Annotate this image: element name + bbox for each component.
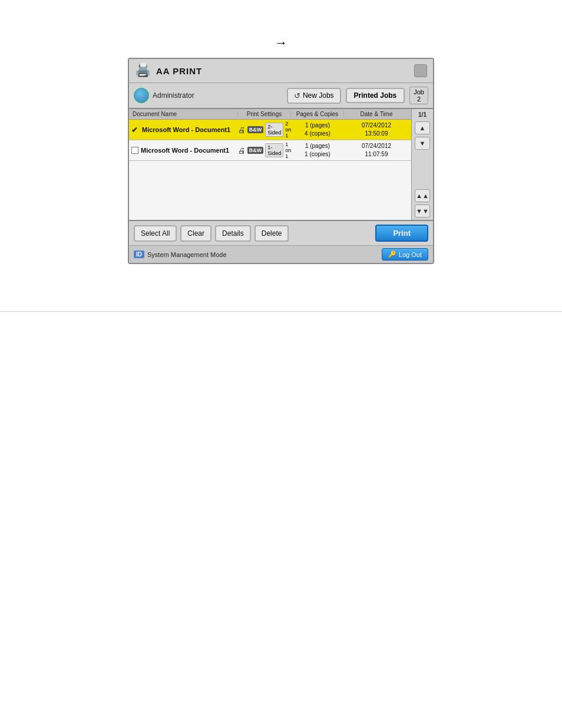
col-pages-copies: Pages & Copies <box>291 111 344 117</box>
printer-ui-window: 🖨️ AA PRINT Administrator ↺ New Jobs Pri… <box>128 58 434 264</box>
details-button[interactable]: Details <box>215 225 251 242</box>
scroll-down-button[interactable]: ▼ <box>415 137 430 150</box>
delete-button[interactable]: Delete <box>254 225 289 242</box>
logout-icon: 🔑 <box>388 251 396 258</box>
header-row: Administrator ↺ New Jobs Printed Jobs Jo… <box>129 83 433 109</box>
new-jobs-button[interactable]: ↺ New Jobs <box>287 88 341 104</box>
date-cell: 07/24/2012 11:07:59 <box>344 142 409 159</box>
printed-jobs-button[interactable]: Printed Jobs <box>346 88 405 103</box>
logout-button[interactable]: 🔑 Log Out <box>382 248 428 261</box>
on-badge: 1 on 1 <box>285 141 291 159</box>
col-document-name: Document Name <box>131 111 238 117</box>
printer-icon: 🖨 <box>238 146 246 155</box>
print-button[interactable]: Print <box>375 225 428 242</box>
action-bar: Select All Clear Details Delete Print <box>129 220 433 245</box>
job-name-cell: Microsoft Word - Document1 <box>131 147 238 154</box>
job-count-box: Job 2 <box>409 87 428 104</box>
printer-icon: 🖨 <box>238 126 246 134</box>
empty-table-area <box>129 161 411 220</box>
select-all-button[interactable]: Select All <box>134 225 177 242</box>
pages-cell: 1 (pages) 1 (copies) <box>291 142 344 159</box>
column-headers: Document Name Print Settings Pages & Cop… <box>129 109 411 120</box>
scroll-top-button[interactable]: ▲▲ <box>415 189 430 202</box>
scroll-up-button[interactable]: ▲ <box>415 121 430 134</box>
bottom-divider <box>0 311 562 312</box>
checkmark-icon: ✔ <box>131 126 140 134</box>
app-icon: 🖨️ <box>135 62 151 79</box>
col-date-time: Date & Time <box>344 111 409 117</box>
scroll-bottom-button[interactable]: ▼▼ <box>415 205 430 218</box>
color-mode-badge: B&W <box>247 126 264 133</box>
user-name: Administrator <box>153 91 194 100</box>
window-minimize-button[interactable] <box>414 64 427 77</box>
title-bar: 🖨️ AA PRINT <box>129 59 433 83</box>
status-left: ID System Management Mode <box>134 251 227 258</box>
sided-badge: 2-Sided <box>265 123 283 137</box>
scroll-sidebar: 1/1 ▲ ▼ ▲▲ ▼▼ <box>412 109 433 220</box>
on-badge: 2 on 1 <box>285 121 291 139</box>
color-mode-badge: B&W <box>247 147 264 154</box>
checkbox-icon <box>131 147 138 154</box>
user-avatar <box>134 88 149 103</box>
job-name-cell: ✔ Microsoft Word - Document1 <box>131 126 238 134</box>
refresh-icon: ↺ <box>294 91 300 100</box>
jobs-table: Document Name Print Settings Pages & Cop… <box>129 109 412 220</box>
main-content: Document Name Print Settings Pages & Cop… <box>129 109 433 220</box>
clear-button[interactable]: Clear <box>180 225 211 242</box>
title-bar-left: 🖨️ AA PRINT <box>135 62 202 79</box>
col-print-settings: Print Settings <box>238 111 291 117</box>
system-mode-label: System Management Mode <box>147 251 227 258</box>
app-title: AA PRINT <box>156 66 202 76</box>
table-row[interactable]: Microsoft Word - Document1 🖨 B&W 1-Sided… <box>129 140 411 161</box>
navigation-arrow: → <box>128 35 434 51</box>
table-row[interactable]: ✔ Microsoft Word - Document1 🖨 B&W 2-Sid… <box>129 120 411 140</box>
status-bar: ID System Management Mode 🔑 Log Out <box>129 245 433 263</box>
date-cell: 07/24/2012 13:50:09 <box>344 121 409 138</box>
pages-cell: 1 (pages) 4 (copies) <box>291 121 344 138</box>
logout-label: Log Out <box>399 251 422 258</box>
print-settings-cell: 🖨 B&W 2-Sided 2 on 1 <box>238 121 291 139</box>
print-settings-cell: 🖨 B&W 1-Sided 1 on 1 <box>238 141 291 159</box>
page-indicator: 1/1 <box>418 111 427 118</box>
sided-badge: 1-Sided <box>265 143 283 157</box>
user-info: Administrator <box>134 88 282 103</box>
id-badge: ID <box>134 251 144 258</box>
